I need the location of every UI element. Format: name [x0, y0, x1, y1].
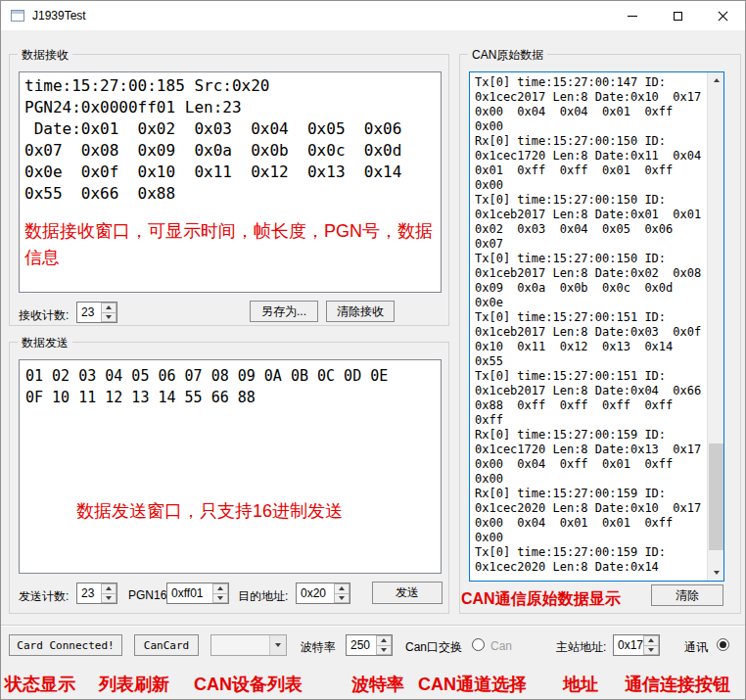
- send-annotation: 数据发送窗口，只支持16进制发送: [76, 499, 343, 523]
- spin-down-icon[interactable]: [212, 594, 228, 604]
- raw-annotation: CAN通信原始数据显示: [461, 589, 621, 610]
- annotation-refresh: 列表刷新: [99, 673, 169, 696]
- annotation-address: 地址: [563, 673, 598, 696]
- dest-address-spinner[interactable]: 0x20: [296, 583, 350, 604]
- comm-connect-radio[interactable]: [717, 638, 729, 651]
- send-text: 01 02 03 04 05 06 07 08 09 0A 0B 0C 0D 0…: [25, 365, 441, 408]
- scrollbar-thumb[interactable]: [709, 443, 723, 550]
- close-button[interactable]: [700, 1, 745, 30]
- spin-up-icon[interactable]: [101, 583, 117, 594]
- chevron-down-icon: [269, 635, 286, 655]
- window-title: J1939Test: [32, 9, 86, 23]
- pgn-value: 0xff01: [167, 583, 212, 603]
- baud-rate-spinner[interactable]: 250: [346, 634, 393, 656]
- spin-down-icon[interactable]: [376, 646, 392, 656]
- clear-receive-button[interactable]: 清除接收: [326, 301, 395, 322]
- receive-annotation: 数据接收窗口，可显示时间，帧长度，PGN号，数据信息: [24, 218, 436, 271]
- annotation-status: 状态显示: [5, 673, 75, 696]
- app-window: J1939Test 数据接收 time:15:27:00:185 Src:0x2…: [0, 0, 746, 700]
- can-device-value: [211, 635, 269, 655]
- annotation-baud: 波特率: [351, 673, 404, 696]
- send-group-title: 数据发送: [18, 335, 72, 351]
- scroll-up-icon[interactable]: [708, 72, 724, 88]
- send-count-value: 23: [77, 583, 101, 603]
- send-input-area[interactable]: 01 02 03 04 05 06 07 08 09 0A 0B 0C 0D 0…: [19, 359, 442, 574]
- app-icon: [11, 10, 24, 22]
- card-status-button[interactable]: Card Connected!: [9, 634, 122, 656]
- spin-down-icon[interactable]: [643, 646, 659, 656]
- baud-rate-value: 250: [347, 635, 376, 655]
- receive-text: time:15:27:00:185 Src:0x20 PGN24:0x0000f…: [24, 75, 441, 205]
- spin-down-icon[interactable]: [101, 313, 117, 323]
- spin-down-icon[interactable]: [101, 594, 117, 604]
- can-device-dropdown[interactable]: [210, 634, 287, 656]
- master-address-label: 主站地址:: [556, 639, 606, 656]
- save-as-button[interactable]: 另存为...: [250, 301, 318, 322]
- master-address-spinner[interactable]: 0x17: [613, 634, 660, 656]
- send-group: 数据发送 01 02 03 04 05 06 07 08 09 0A 0B 0C…: [9, 342, 449, 614]
- raw-group-title: CAN原始数据: [468, 47, 547, 64]
- minimize-button[interactable]: [610, 1, 655, 30]
- receive-group: 数据接收 time:15:27:00:185 Src:0x20 PGN24:0x…: [9, 54, 449, 326]
- pgn-label: PGN16: [128, 588, 166, 602]
- baud-rate-label: 波特率: [301, 639, 336, 656]
- receive-count-label: 接收计数:: [19, 307, 69, 324]
- receive-display[interactable]: time:15:27:00:185 Src:0x20 PGN24:0x0000f…: [19, 71, 442, 293]
- close-icon: [718, 11, 728, 22]
- raw-data-display[interactable]: Tx[0] time:15:27:00:147 ID: 0x1cec2017 L…: [469, 71, 724, 582]
- receive-group-title: 数据接收: [18, 47, 72, 64]
- spin-up-icon[interactable]: [212, 583, 228, 594]
- raw-data-text: Tx[0] time:15:27:00:147 ID: 0x1cec2017 L…: [475, 75, 702, 575]
- raw-data-group: CAN原始数据 Tx[0] time:15:27:00:147 ID: 0x1c…: [459, 54, 741, 614]
- comm-label: 通讯: [684, 639, 708, 656]
- maximize-button[interactable]: [655, 1, 700, 30]
- send-count-label: 发送计数:: [19, 588, 69, 605]
- can-channel-radio[interactable]: [472, 638, 485, 651]
- window-controls: [610, 1, 745, 30]
- spin-up-icon[interactable]: [643, 635, 659, 646]
- receive-count-spinner[interactable]: 23: [76, 302, 117, 323]
- master-address-value: 0x17: [614, 635, 643, 655]
- receive-count-value: 23: [77, 303, 101, 322]
- titlebar: J1939Test: [1, 1, 745, 30]
- can-channel-label: Can口交换: [405, 639, 462, 656]
- refresh-list-button[interactable]: CanCard: [134, 634, 199, 656]
- annotation-channel: CAN通道选择: [418, 673, 527, 696]
- clear-raw-button[interactable]: 清除: [651, 584, 723, 606]
- maximize-icon: [674, 12, 682, 21]
- annotation-connect: 通信连接按钮: [625, 673, 730, 696]
- bottom-divider: [1, 625, 745, 627]
- spin-up-icon[interactable]: [376, 635, 392, 646]
- raw-scrollbar[interactable]: [707, 72, 723, 581]
- scroll-down-icon[interactable]: [708, 565, 724, 581]
- spin-up-icon[interactable]: [334, 583, 350, 594]
- spin-down-icon[interactable]: [334, 594, 350, 604]
- minimize-icon: [628, 16, 637, 17]
- annotation-device-list: CAN设备列表: [194, 673, 303, 696]
- send-button[interactable]: 发送: [372, 582, 443, 604]
- dest-address-value: 0x20: [297, 583, 334, 603]
- can-option-label: Can: [490, 639, 512, 653]
- spin-up-icon[interactable]: [101, 303, 117, 313]
- pgn-spinner[interactable]: 0xff01: [166, 583, 229, 604]
- dest-address-label: 目的地址:: [238, 588, 288, 605]
- send-count-spinner[interactable]: 23: [76, 583, 117, 604]
